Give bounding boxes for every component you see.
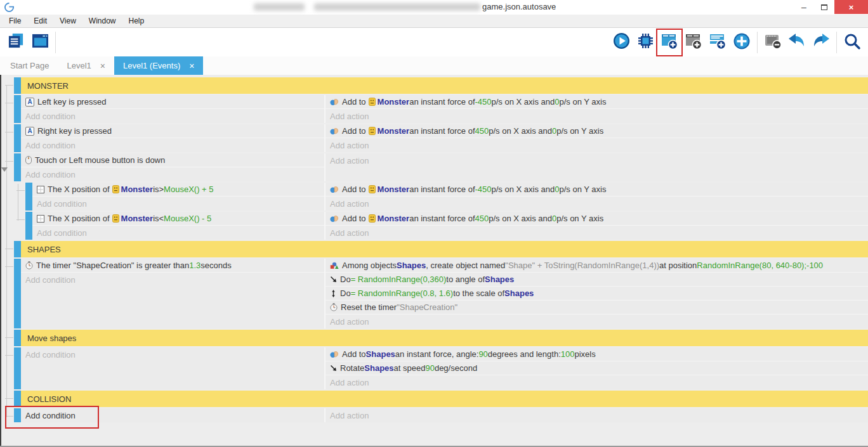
fold-toggle-icon[interactable]	[1, 167, 8, 172]
position-icon	[37, 186, 44, 193]
add-condition-button[interactable]: Add condition	[21, 347, 324, 361]
event-bar[interactable]	[14, 408, 21, 422]
search-button[interactable]	[840, 30, 864, 55]
add-subevent-button[interactable]	[681, 30, 706, 55]
add-condition-button[interactable]: Add condition	[21, 408, 324, 422]
event-group-label: Move shapes	[21, 330, 868, 346]
maximize-button[interactable]	[815, 0, 834, 14]
play-button[interactable]	[609, 30, 633, 55]
menu-window[interactable]: Window	[82, 15, 122, 27]
text-segment: -450	[475, 185, 492, 194]
add-other-event-button[interactable]	[730, 30, 754, 55]
scene-editor-button[interactable]	[28, 30, 52, 55]
event-bar[interactable]	[14, 347, 21, 389]
event-row: ALeft key is pressedAdd conditionAdd to …	[14, 95, 868, 123]
text-segment: Do	[340, 288, 351, 298]
action[interactable]: Rotate Shapes at speed 90deg/second	[326, 361, 868, 375]
tab-level1[interactable]: Level1×	[58, 56, 114, 75]
add-action-button[interactable]: Add action	[326, 138, 868, 152]
text-segment: seconds	[201, 261, 231, 270]
text-segment: Monster	[378, 185, 410, 194]
action[interactable]: Reset the timer "ShapeCreation"	[326, 301, 868, 314]
actions-cell: Among objects Shapes, create object name…	[324, 259, 868, 328]
condition[interactable]: ARight key is pressed	[21, 124, 324, 138]
event-group-header[interactable]: MONSTER	[14, 77, 868, 94]
action[interactable]: Add to Monster an instant force of -450 …	[326, 183, 868, 197]
menu-help[interactable]: Help	[122, 15, 151, 27]
action[interactable]: Do = RandomInRange(0.8, 1.6) to the scal…	[326, 287, 868, 301]
project-manager-button[interactable]	[4, 30, 28, 55]
text-segment: Shapes	[366, 349, 395, 359]
text-segment: Monster	[121, 185, 154, 194]
add-condition-button[interactable]: Add condition	[21, 167, 324, 181]
condition[interactable]: The X position of Monster is > MouseX() …	[32, 183, 324, 197]
window-title: game.json.autosave	[482, 2, 556, 11]
text-segment: "Shape" + ToString(RandomInRange(1,4))	[505, 261, 659, 270]
add-condition-button[interactable]: Add condition	[21, 109, 324, 123]
event-row: ARight key is pressedAdd conditionAdd to…	[14, 124, 868, 152]
timer-icon	[25, 261, 33, 269]
add-action-button[interactable]: Add action	[326, 197, 868, 211]
action[interactable]: Add to Monster an instant force of -450 …	[326, 95, 868, 109]
add-action-button[interactable]: Add action	[326, 408, 868, 422]
event-group-header[interactable]: COLLISION	[14, 391, 868, 407]
add-condition-button[interactable]: Add condition	[32, 197, 324, 211]
redo-button[interactable]	[809, 30, 833, 55]
event-bar[interactable]	[14, 153, 21, 181]
menu-file[interactable]: File	[3, 15, 27, 27]
action[interactable]: Add to Monster an instant force of 450 p…	[326, 212, 868, 226]
debug-button[interactable]	[633, 30, 657, 55]
add-action-button[interactable]: Add action	[326, 109, 868, 123]
action[interactable]: Do = RandomInRange(0,360) to angle of Sh…	[326, 273, 868, 287]
event-group-header[interactable]: SHAPES	[14, 241, 868, 257]
event-body: The X position of Monster is < MouseX() …	[32, 212, 868, 240]
action[interactable]: Add to Shapes an instant force, angle: 9…	[326, 347, 868, 361]
text-segment: 100	[561, 349, 575, 359]
tab-start-page[interactable]: Start Page	[1, 56, 58, 75]
condition[interactable]: The X position of Monster is < MouseX() …	[32, 212, 324, 226]
text-segment: at speed	[394, 363, 426, 373]
menu-edit[interactable]: Edit	[27, 15, 53, 27]
menu-view[interactable]: View	[53, 15, 82, 27]
event-bar[interactable]	[14, 259, 21, 328]
add-condition-button[interactable]: Add condition	[32, 226, 324, 240]
add-condition-button[interactable]: Add condition	[21, 138, 324, 152]
condition[interactable]: The timer "ShapeCreation" is greater tha…	[21, 259, 324, 273]
condition[interactable]: Touch or Left mouse button is down	[21, 153, 324, 167]
condition[interactable]: ALeft key is pressed	[21, 95, 324, 109]
text-segment: "ShapeCreation"	[397, 302, 457, 312]
add-action-button[interactable]: Add action	[326, 375, 868, 389]
project-manager-icon	[7, 32, 25, 52]
event-bar[interactable]	[25, 183, 32, 211]
add-comment-button[interactable]	[706, 30, 730, 55]
text-segment: Monster	[378, 97, 410, 107]
add-action-button[interactable]: Add action	[326, 226, 868, 240]
text-segment: p/s on X axis and	[492, 185, 555, 194]
add-action-button[interactable]: Add action	[326, 153, 868, 167]
add-event-button[interactable]	[657, 30, 681, 55]
tab-level1-events-[interactable]: Level1 (Events)×	[114, 56, 204, 75]
action[interactable]: Among objects Shapes, create object name…	[326, 259, 868, 273]
event-bar[interactable]	[14, 95, 21, 123]
event-bar[interactable]	[25, 212, 32, 240]
add-condition-button[interactable]: Add condition	[21, 273, 324, 287]
event-bar[interactable]	[14, 124, 21, 152]
action[interactable]: Add to Monster an instant force of 450 p…	[326, 124, 868, 138]
event-group-header[interactable]: Move shapes	[14, 330, 868, 346]
text-segment: Add to	[342, 349, 366, 359]
event-row: Add conditionAdd action	[14, 408, 868, 422]
delete-event-button[interactable]	[761, 30, 785, 55]
redacted-title-text	[314, 3, 480, 11]
tab-close-icon[interactable]: ×	[189, 61, 194, 71]
monster-icon	[369, 127, 376, 135]
text-segment: Monster	[378, 126, 410, 136]
undo-button[interactable]	[785, 30, 809, 55]
tab-close-icon[interactable]: ×	[100, 61, 105, 71]
text-segment: to the scale of	[453, 288, 504, 298]
add-comment-icon	[708, 32, 727, 53]
minimize-button[interactable]: –	[794, 0, 813, 14]
close-button[interactable]: ×	[834, 0, 868, 14]
add-action-button[interactable]: Add action	[326, 314, 868, 328]
event-group-bar	[14, 330, 21, 346]
conditions-cell: The X position of Monster is < MouseX() …	[32, 212, 324, 240]
